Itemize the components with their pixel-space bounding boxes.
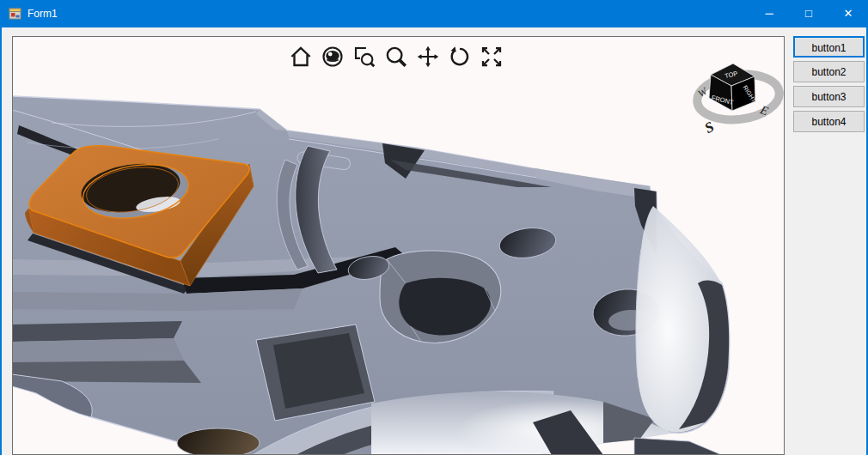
zoom-icon[interactable] bbox=[383, 44, 409, 70]
zoom-window-icon[interactable] bbox=[351, 44, 377, 70]
view-cube[interactable]: W TOP FRONT RIGHT S E bbox=[690, 56, 785, 143]
maximize-button[interactable]: □ bbox=[789, 0, 828, 27]
button3[interactable]: button3 bbox=[793, 86, 865, 107]
viewport-3d[interactable]: W TOP FRONT RIGHT S E bbox=[12, 36, 785, 455]
button4[interactable]: button4 bbox=[793, 111, 865, 132]
app-icon bbox=[9, 7, 22, 21]
eye-icon[interactable] bbox=[320, 44, 345, 70]
viewport-toolbar bbox=[288, 44, 504, 70]
pan-icon[interactable] bbox=[415, 44, 441, 70]
minimize-button[interactable]: ─ bbox=[749, 0, 789, 27]
form-window: Form1 ─ □ ✕ bbox=[0, 0, 868, 455]
close-button[interactable]: ✕ bbox=[828, 0, 868, 27]
rotate-icon[interactable] bbox=[447, 44, 473, 70]
model-canvas[interactable] bbox=[13, 37, 784, 454]
window-title: Form1 bbox=[28, 8, 58, 20]
zoom-fit-icon[interactable] bbox=[479, 44, 504, 70]
titlebar[interactable]: Form1 ─ □ ✕ bbox=[0, 0, 868, 27]
button1[interactable]: button1 bbox=[793, 36, 865, 58]
home-icon[interactable] bbox=[288, 44, 314, 70]
button2[interactable]: button2 bbox=[793, 61, 865, 82]
